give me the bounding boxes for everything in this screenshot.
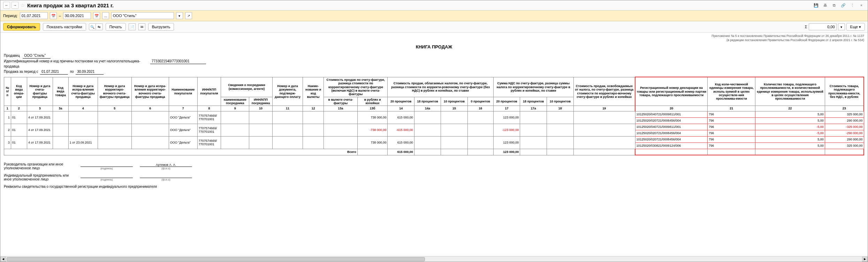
col-1: № п/п xyxy=(4,77,11,106)
link-icon[interactable]: 🔗 xyxy=(840,2,847,9)
favorite-star-icon[interactable]: ☆ xyxy=(21,2,25,8)
col-10: ИНН/КПП посредника xyxy=(249,97,273,106)
col-15: 10 процентов xyxy=(441,97,467,106)
col-13g: Стоимость продаж по счету-фактуре, разни… xyxy=(324,77,388,97)
window-title: Книга продаж за 3 квартал 2021 г. xyxy=(27,2,114,8)
col-18: 10 процентов xyxy=(547,97,574,106)
calendar-to-icon[interactable]: 📅 xyxy=(93,12,100,19)
period-label: Период: xyxy=(3,14,18,18)
scroll-right-button[interactable]: ▶ xyxy=(862,257,868,262)
more-button[interactable]: Еще ▾ xyxy=(846,23,865,31)
report-header: Продавец ООО "Стиль" Идентификационный н… xyxy=(4,53,864,75)
legal-text: Приложение № 5 к постановлению Правитель… xyxy=(4,34,864,42)
print-button[interactable]: Печать xyxy=(106,23,126,31)
report-title: КНИГА ПРОДАЖ xyxy=(4,44,864,49)
col-21: Код коли-чественной единицы измерения то… xyxy=(708,77,755,106)
col-11: Номер и дата документа, подтверж-дающего… xyxy=(272,77,303,106)
copy-icon[interactable]: ⧉ xyxy=(831,2,838,9)
scroll-thumb[interactable] xyxy=(7,257,425,261)
col-14g: Стоимость продаж, облагаемых налогом, по… xyxy=(388,77,493,97)
col-6: Номер и дата испра-вления корректиро-воч… xyxy=(131,77,169,106)
col-23: Стоимость товара, подлежащего прослежива… xyxy=(825,77,864,106)
period-picker-button[interactable]: ... xyxy=(102,12,109,19)
col-17a: 18 процентов xyxy=(520,97,547,106)
calendar-from-icon[interactable]: 📅 xyxy=(50,12,57,19)
col-16: 0 процентов xyxy=(467,97,493,106)
col-8: ИНН/КПП покупателя xyxy=(197,77,221,106)
col-20: Регистрационный номер декларации на това… xyxy=(635,77,708,106)
col-14: 20 процентов xyxy=(388,97,414,106)
email-button[interactable]: ✉ xyxy=(138,23,145,30)
report-area: Приложение № 5 к постановлению Правитель… xyxy=(0,33,868,256)
col-2: Код вида опера-ции xyxy=(11,77,27,106)
nav-back[interactable]: ← xyxy=(3,2,10,9)
print-icon[interactable]: 🖶 xyxy=(822,2,829,9)
col-22: Количество товара, подлежащего прослежив… xyxy=(755,77,825,106)
save-icon[interactable]: 💾 xyxy=(813,2,820,9)
table-row[interactable]: 2014 от 17.09.2021ООО "Дельта"7707574669… xyxy=(4,124,864,130)
filter-bar: Период: 📅 – 📅 ... ▾ ↗ xyxy=(0,10,868,21)
table-row[interactable]: 1014 от 17.09.2021ООО "Дельта"7707574669… xyxy=(4,111,864,117)
sales-book-table: № п/п Код вида опера-ции Номер и дата сч… xyxy=(4,77,864,155)
col-13b: в рублях и копейках xyxy=(357,97,388,106)
date-sep: – xyxy=(59,14,61,18)
col-5: Номер и дата корректиро-вочного счета-фа… xyxy=(98,77,131,106)
col-14a: 18 процентов xyxy=(414,97,441,106)
export-excel-button[interactable]: 📄 xyxy=(129,23,136,30)
signatures-block: Руководитель организации или иное уполно… xyxy=(4,162,864,188)
table-row[interactable]: 3014 от 17.09.20211 от 23.09.2021ООО "Де… xyxy=(4,136,864,142)
nav-forward[interactable]: → xyxy=(12,2,18,9)
scroll-left-button[interactable]: ◀ xyxy=(0,257,6,262)
titlebar: ← → ☆ Книга продаж за 3 квартал 2021 г. … xyxy=(0,0,868,10)
col-12: Наиме-нование и код валюты xyxy=(303,77,324,106)
date-to-input[interactable] xyxy=(63,12,91,19)
collapse-button[interactable]: ⇆ xyxy=(96,23,103,30)
col-19: Стоимость продаж, освобождаемых от налог… xyxy=(573,77,635,106)
upload-button[interactable]: Выгрузить xyxy=(148,23,174,31)
find-button[interactable]: 🔍 xyxy=(89,23,96,30)
close-icon[interactable]: × xyxy=(858,2,865,9)
horizontal-scrollbar[interactable]: ◀ ▶ xyxy=(0,256,868,262)
col-4: Номер и дата испра-вления счета-фактуры … xyxy=(68,77,98,106)
totals-row: Всего 615 000,00 123 000,00 xyxy=(4,149,864,155)
form-button[interactable]: Сформировать xyxy=(3,23,40,31)
col-13a: в валюте счета-фактуры xyxy=(324,97,357,106)
sum-menu-button[interactable]: ▾ xyxy=(838,23,845,30)
col-3: Номер и дата счета-фактуры продавца xyxy=(27,77,53,106)
col-9g: Сведения о посреднике (комиссионере, аге… xyxy=(221,77,273,97)
organization-input[interactable] xyxy=(111,12,174,19)
col-17g: Сумма НДС по счету-фактуре, разница сумм… xyxy=(493,77,573,97)
org-open-button[interactable]: ↗ xyxy=(185,12,192,19)
sum-label: Σ xyxy=(805,25,807,29)
org-dropdown-button[interactable]: ▾ xyxy=(176,12,183,19)
col-3a: Код вида товара xyxy=(53,77,68,106)
col-9: наименование посредника xyxy=(221,97,249,106)
date-from-input[interactable] xyxy=(20,12,48,19)
show-settings-button[interactable]: Показать настройки xyxy=(43,23,86,31)
col-17: 20 процентов xyxy=(493,97,520,106)
col-7: Наименование покупателя xyxy=(169,77,197,106)
toolbar: Сформировать Показать настройки 🔍 ⇆ Печа… xyxy=(0,21,868,33)
sum-value[interactable] xyxy=(809,23,837,30)
more-icon[interactable]: ⋮ xyxy=(849,2,856,9)
